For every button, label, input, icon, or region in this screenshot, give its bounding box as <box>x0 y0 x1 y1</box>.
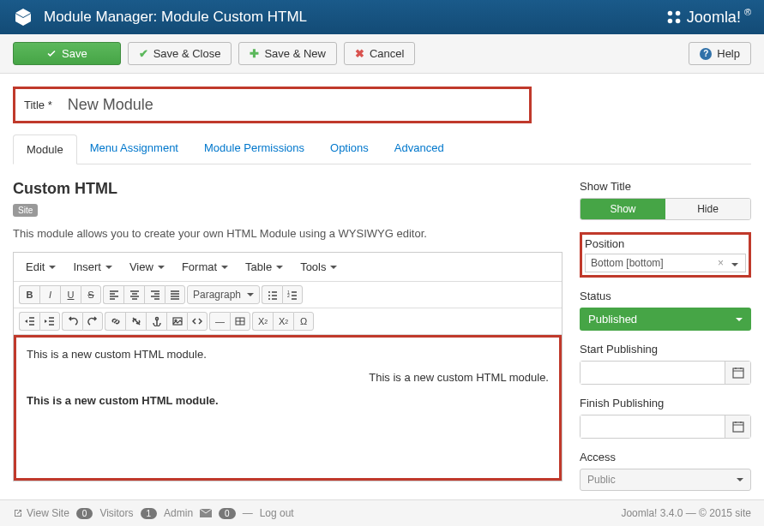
align-right-button[interactable] <box>144 285 165 304</box>
caret-down-icon <box>276 266 283 269</box>
outdent-button[interactable] <box>19 312 39 331</box>
editor-menu-insert[interactable]: Insert <box>68 258 117 276</box>
code-button[interactable] <box>187 312 208 331</box>
caret-down-icon <box>330 266 337 269</box>
visitors-label[interactable]: Visitors <box>99 507 133 519</box>
number-list-icon: 12 <box>287 290 298 300</box>
table-button[interactable] <box>230 312 250 331</box>
bullet-list-icon <box>268 290 278 300</box>
show-title-hide[interactable]: Hide <box>665 199 750 219</box>
start-publishing-calendar-button[interactable] <box>725 362 750 384</box>
editor-menu-tools[interactable]: Tools <box>295 258 342 276</box>
status-label: Status <box>580 290 751 302</box>
access-select[interactable]: Public <box>580 469 751 491</box>
save-button[interactable]: Save <box>13 42 121 65</box>
bullet-list-button[interactable] <box>262 285 282 304</box>
tab-advanced[interactable]: Advanced <box>382 134 457 164</box>
module-tabs: Module Menu Assignment Module Permission… <box>13 134 751 164</box>
save-close-button[interactable]: ✔ Save & Close <box>128 42 232 65</box>
svg-text:2: 2 <box>287 293 290 298</box>
finish-publishing-input[interactable] <box>581 415 725 438</box>
admin-label[interactable]: Admin <box>164 507 193 519</box>
finish-publishing-calendar-button[interactable] <box>725 415 750 438</box>
check-icon: ✔ <box>139 47 148 60</box>
editor-menu-format[interactable]: Format <box>177 258 233 276</box>
start-publishing-input[interactable] <box>581 362 725 384</box>
superscript-button[interactable]: X2 <box>273 312 293 331</box>
caret-down-icon <box>221 266 228 269</box>
chevron-down-icon <box>737 478 743 481</box>
editor-menu-view[interactable]: View <box>124 258 170 276</box>
editor-text-line: This is a new custom HTML module. <box>27 348 549 361</box>
link-button[interactable] <box>105 312 125 331</box>
hr-button[interactable]: — <box>209 312 230 331</box>
tab-options[interactable]: Options <box>317 134 382 164</box>
paragraph-format-select[interactable]: Paragraph <box>187 285 260 304</box>
editor-text-line: This is a new custom HTML module. <box>27 371 549 384</box>
visitors-count: 0 <box>76 508 93 519</box>
show-title-show[interactable]: Show <box>581 199 665 219</box>
indent-button[interactable] <box>39 312 60 331</box>
align-justify-button[interactable] <box>165 285 185 304</box>
svg-rect-14 <box>733 422 743 432</box>
page-title: Module Manager: Module Custom HTML <box>44 9 307 26</box>
admin-count: 1 <box>141 508 158 519</box>
caret-down-icon <box>105 266 112 269</box>
underline-button[interactable]: U <box>60 285 81 304</box>
action-toolbar: Save ✔ Save & Close ✚ Save & New ✖ Cance… <box>0 34 764 74</box>
status-bar: View Site 0 Visitors 1 Admin 0 — Log out… <box>0 499 764 526</box>
align-center-icon <box>129 290 140 300</box>
editor-menu-edit[interactable]: Edit <box>21 258 61 276</box>
plus-icon: ✚ <box>250 47 259 60</box>
title-input[interactable] <box>61 89 529 121</box>
image-button[interactable] <box>166 312 187 331</box>
caret-down-icon <box>158 266 165 269</box>
bold-button[interactable]: B <box>19 285 39 304</box>
align-left-button[interactable] <box>103 285 123 304</box>
strike-button[interactable]: S <box>81 285 101 304</box>
module-description: This module allows you to create your ow… <box>13 227 562 240</box>
unlink-button[interactable] <box>125 312 146 331</box>
tab-module[interactable]: Module <box>13 134 77 164</box>
finish-publishing-field <box>580 415 751 439</box>
redo-button[interactable] <box>82 312 103 331</box>
anchor-button[interactable] <box>146 312 166 331</box>
svg-point-2 <box>668 19 673 24</box>
anchor-icon <box>152 316 162 326</box>
editor-content-area[interactable]: This is a new custom HTML module. This i… <box>14 335 562 481</box>
align-center-button[interactable] <box>123 285 144 304</box>
outdent-icon <box>25 316 35 326</box>
calendar-icon <box>732 421 744 433</box>
align-right-icon <box>150 290 160 300</box>
help-button[interactable]: ? Help <box>689 42 751 65</box>
unlink-icon <box>131 316 141 326</box>
logout-link[interactable]: Log out <box>260 507 294 519</box>
position-select[interactable]: Bottom [bottom] × <box>585 254 746 272</box>
position-label: Position <box>585 237 746 250</box>
module-cube-icon <box>13 7 33 27</box>
start-publishing-field <box>580 361 751 385</box>
view-site-link[interactable]: View Site <box>13 507 69 519</box>
help-icon: ? <box>700 48 712 60</box>
mail-icon[interactable] <box>200 509 212 517</box>
status-select[interactable]: Published <box>580 308 751 331</box>
position-clear-icon[interactable]: × <box>714 257 727 269</box>
position-wrap: Position Bottom [bottom] × <box>580 232 751 278</box>
cancel-button[interactable]: ✖ Cancel <box>344 42 415 65</box>
subscript-button[interactable]: X2 <box>252 312 273 331</box>
undo-icon <box>68 316 78 326</box>
editor-toolbar-row2: — X2 X2 Ω <box>14 308 562 335</box>
svg-rect-13 <box>733 368 743 378</box>
tab-module-permissions[interactable]: Module Permissions <box>191 134 317 164</box>
editor-menubar: Edit Insert View Format Table Tools <box>14 253 562 282</box>
undo-button[interactable] <box>62 312 82 331</box>
special-char-button[interactable]: Ω <box>293 312 314 331</box>
tab-menu-assignment[interactable]: Menu Assignment <box>77 134 191 164</box>
number-list-button[interactable]: 12 <box>282 285 303 304</box>
chevron-down-icon[interactable] <box>727 257 740 269</box>
svg-point-1 <box>676 11 681 16</box>
save-new-button[interactable]: ✚ Save & New <box>238 42 337 65</box>
title-field-wrap: Title * <box>13 87 532 123</box>
editor-menu-table[interactable]: Table <box>240 258 288 276</box>
italic-button[interactable]: I <box>39 285 60 304</box>
